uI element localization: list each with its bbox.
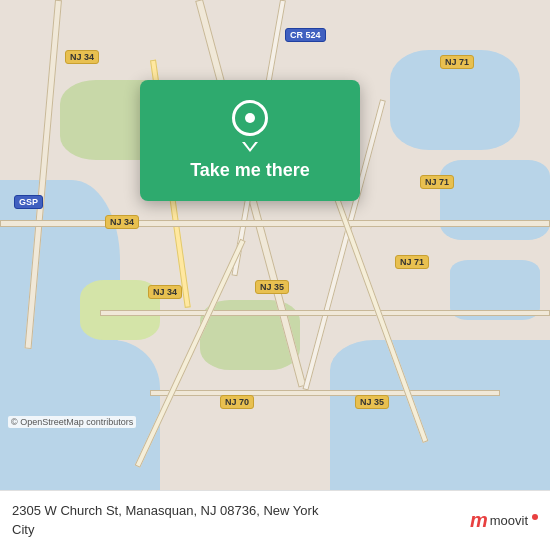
moovit-m-icon: m — [470, 509, 488, 532]
water-body-bottom-right — [330, 340, 550, 490]
road-label-nj34-top: NJ 34 — [65, 50, 99, 64]
road-label-cr524: CR 524 — [285, 28, 326, 42]
road-label-nj35-mid: NJ 35 — [255, 280, 289, 294]
road-horizontal-1 — [0, 220, 550, 227]
moovit-dot-icon — [532, 514, 538, 520]
popup-card: Take me there — [140, 80, 360, 201]
road-horizontal-2 — [100, 310, 550, 316]
road-label-nj71-top: NJ 71 — [440, 55, 474, 69]
moovit-logo: m moovit — [470, 509, 538, 532]
water-body-right2 — [440, 160, 550, 240]
moovit-brand-text: moovit — [490, 513, 528, 528]
map-container: NJ 34 NJ 34 NJ 34 NJ 35 NJ 35 NJ 70 NJ 7… — [0, 0, 550, 490]
take-me-there-button[interactable]: Take me there — [182, 156, 318, 185]
bottom-bar: 2305 W Church St, Manasquan, NJ 08736, N… — [0, 490, 550, 550]
osm-credit: © OpenStreetMap contributors — [8, 416, 136, 428]
road-label-nj71-mid: NJ 71 — [420, 175, 454, 189]
road-label-nj70: NJ 70 — [220, 395, 254, 409]
road-label-gsp: GSP — [14, 195, 43, 209]
address-line2: City — [12, 522, 34, 537]
road-label-nj34-mid: NJ 34 — [105, 215, 139, 229]
location-pin-icon — [232, 100, 268, 144]
water-body-left2 — [0, 340, 160, 490]
road-label-nj71-lower: NJ 71 — [395, 255, 429, 269]
address-text: 2305 W Church St, Manasquan, NJ 08736, N… — [12, 502, 462, 538]
address-line1: 2305 W Church St, Manasquan, NJ 08736, N… — [12, 503, 318, 518]
road-label-nj35-lower: NJ 35 — [355, 395, 389, 409]
road-horizontal-3 — [150, 390, 500, 396]
road-label-nj34-lower: NJ 34 — [148, 285, 182, 299]
